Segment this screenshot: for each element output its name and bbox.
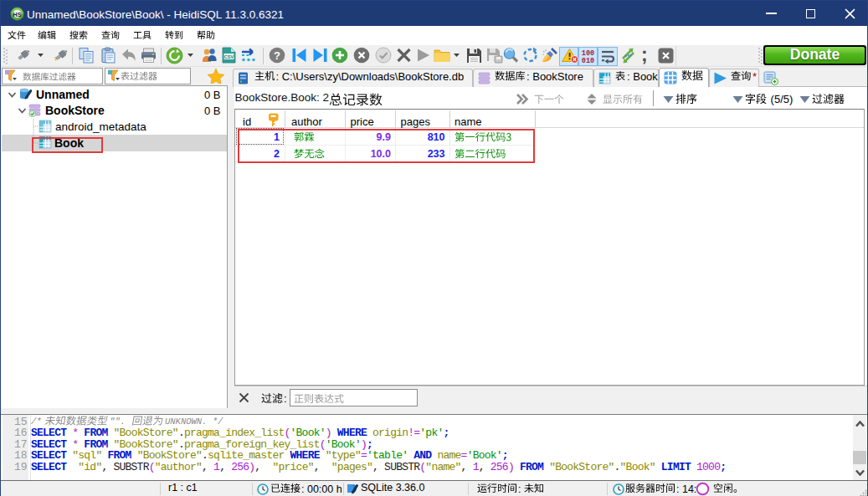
svg-text:010: 010 (582, 57, 594, 64)
svg-text:?: ? (274, 49, 280, 62)
svg-text:HS: HS (13, 11, 22, 18)
svg-text:CSV: CSV (224, 54, 234, 59)
